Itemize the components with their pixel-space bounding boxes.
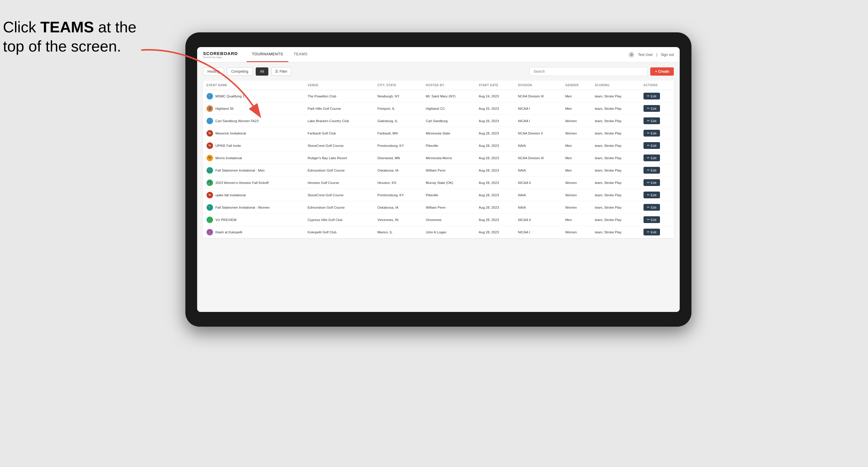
create-button[interactable]: + Create (650, 67, 674, 75)
scoring-cell: team, Stroke Play (591, 152, 640, 164)
start-date-cell: Aug 28, 2023 (475, 226, 514, 238)
city-state-cell: Vincennes, IN (374, 214, 422, 226)
event-name-cell: 🏌 Fall Statesmen Invitational - Men (203, 164, 304, 177)
hosted-by-cell: Murray State (OK) (422, 177, 475, 189)
tablet-screen: SCOREBOARD Powered by clippt TOURNAMENTS… (197, 47, 680, 312)
hosted-by-cell: Pikeville (422, 139, 475, 152)
start-date-cell: Aug 28, 2023 (475, 164, 514, 177)
event-icon: 🐎 (207, 130, 213, 136)
hosting-filter-btn[interactable]: Hosting (203, 67, 224, 75)
edit-button[interactable]: ✏ Edit (644, 229, 660, 236)
division-cell: NICAA I (514, 226, 562, 238)
start-date-cell: Aug 28, 2023 (475, 177, 514, 189)
edit-button[interactable]: ✏ Edit (644, 216, 660, 223)
col-header-actions: ACTIONS (640, 81, 674, 90)
table-row: 🏌 MSMC Qualifying 1 The Powelton Club Ne… (203, 90, 674, 102)
table-row: 🏺 Klash at Kokopelli Kokopelli Golf Club… (203, 226, 674, 238)
gear-icon[interactable]: ⚙ (628, 52, 634, 58)
edit-button[interactable]: ✏ Edit (644, 130, 660, 136)
event-name-cell: 🦅 2023 Women's Hesston Fall Kickoff (203, 177, 304, 189)
event-name: Fall Statesmen Invitational - Women (215, 206, 270, 209)
table-row: 🐎 Maverick Invitational Faribault Golf C… (203, 127, 674, 139)
edit-pencil-icon: ✏ (647, 230, 650, 234)
city-state-cell: Freeport, IL (374, 102, 422, 115)
nav-right: ⚙ Test User | Sign out (628, 52, 674, 58)
city-state-cell: Marion, IL (374, 226, 422, 238)
start-date-cell: Aug 28, 2023 (475, 214, 514, 226)
col-header-venue: VENUE (304, 81, 374, 90)
event-name: 2023 Women's Hesston Fall Kickoff (215, 181, 269, 185)
actions-cell: ✏ Edit (640, 102, 674, 115)
logo-sub: Powered by clippt (203, 56, 238, 59)
hosted-by-cell: Mt. Saint Mary (NY) (422, 90, 475, 102)
gender-cell: Men (562, 102, 591, 115)
col-header-gender: GENDER (562, 81, 591, 90)
venue-cell: Ruttger's Bay Lake Resort (304, 152, 374, 164)
filter-btn[interactable]: ☰ Filter (271, 67, 291, 75)
event-name: VU PREVIEW (215, 218, 237, 222)
edit-button[interactable]: ✏ Edit (644, 167, 660, 174)
scoring-cell: team, Stroke Play (591, 127, 640, 139)
tab-tournaments[interactable]: TOURNAMENTS (247, 47, 288, 62)
gender-cell: Women (562, 226, 591, 238)
scoring-cell: team, Stroke Play (591, 177, 640, 189)
edit-button[interactable]: ✏ Edit (644, 142, 660, 149)
start-date-cell: Aug 28, 2023 (475, 201, 514, 214)
gender-cell: Women (562, 177, 591, 189)
edit-label: Edit (651, 181, 656, 185)
hosted-by-cell: Pikeville (422, 189, 475, 201)
table-row: 🐎 UPIKE Fall Invite StoneCrest Golf Cour… (203, 139, 674, 152)
sign-out-link[interactable]: Sign out (661, 53, 674, 57)
start-date-cell: Aug 28, 2023 (475, 189, 514, 201)
city-state-cell: Deerwood, MN (374, 152, 422, 164)
tab-teams[interactable]: TEAMS (288, 47, 313, 62)
hosted-by-cell: Vincennes (422, 214, 475, 226)
col-header-event-name: EVENT NAME (203, 81, 304, 90)
division-cell: NICAA II (514, 214, 562, 226)
scoring-cell: team, Stroke Play (591, 214, 640, 226)
city-state-cell: Newburgh, NY (374, 90, 422, 102)
venue-cell: Lake Bracken Country Club (304, 115, 374, 127)
edit-pencil-icon: ✏ (647, 156, 650, 160)
edit-button[interactable]: ✏ Edit (644, 192, 660, 198)
hosted-by-cell: Carl Sandburg (422, 115, 475, 127)
edit-button[interactable]: ✏ Edit (644, 117, 660, 124)
event-name: Carl Sandburg Women FA23 (215, 119, 259, 123)
event-icon: 🏌 (207, 204, 213, 211)
edit-button[interactable]: ✏ Edit (644, 105, 660, 112)
event-name: Maverick Invitational (215, 131, 246, 135)
scoring-cell: team, Stroke Play (591, 139, 640, 152)
event-name-cell: 🌿 VU PREVIEW (203, 214, 304, 226)
division-cell: NAIA (514, 139, 562, 152)
edit-button[interactable]: ✏ Edit (644, 155, 660, 161)
event-icon: 🏌 (207, 167, 213, 174)
table-row: 🌿 VU PREVIEW Cypress Hills Golf Club Vin… (203, 214, 674, 226)
table-row: 🐎 upike fall invitational StoneCrest Gol… (203, 189, 674, 201)
venue-cell: Park Hills Golf Course (304, 102, 374, 115)
edit-button[interactable]: ✏ Edit (644, 179, 660, 186)
city-state-cell: Galesburg, IL (374, 115, 422, 127)
city-state-cell: Oskaloosa, IA (374, 164, 422, 177)
instruction-text: Click TEAMS at thetop of the screen. (3, 18, 136, 56)
edit-label: Edit (651, 107, 656, 111)
start-date-cell: Aug 28, 2023 (475, 127, 514, 139)
event-name: Fall Statesmen Invitational - Men (215, 168, 265, 172)
edit-button[interactable]: ✏ Edit (644, 93, 660, 99)
table-row: 👤 Highland 36 Park Hills Golf Course Fre… (203, 102, 674, 115)
edit-pencil-icon: ✏ (647, 218, 650, 222)
edit-label: Edit (651, 131, 656, 135)
search-input[interactable] (530, 67, 647, 76)
hosted-by-cell: Highland CC (422, 102, 475, 115)
table-row: 🦅 2023 Women's Hesston Fall Kickoff Hess… (203, 177, 674, 189)
all-filter-btn[interactable]: All (256, 67, 268, 75)
edit-button[interactable]: ✏ Edit (644, 204, 660, 211)
event-name-cell: 🏺 Klash at Kokopelli (203, 226, 304, 238)
col-header-city-state: CITY, STATE (374, 81, 422, 90)
edit-label: Edit (651, 218, 656, 222)
competing-filter-btn[interactable]: Competing (227, 67, 253, 75)
event-icon: 🦅 (207, 155, 213, 161)
event-name-cell: 🐎 UPIKE Fall Invite (203, 139, 304, 152)
user-label: Test User (638, 53, 653, 57)
scoring-cell: team, Stroke Play (591, 164, 640, 177)
event-icon: 🐎 (207, 143, 213, 149)
